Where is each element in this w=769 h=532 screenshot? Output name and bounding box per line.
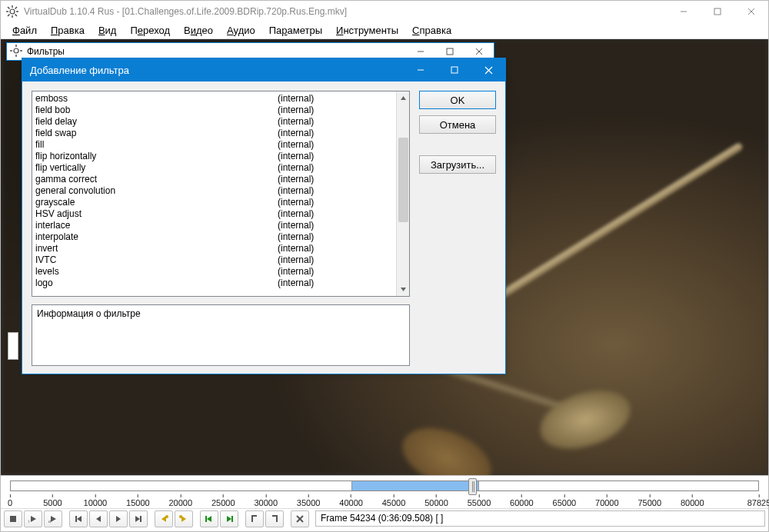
svg-marker-21 (116, 516, 121, 522)
svg-marker-22 (135, 516, 140, 522)
ruler-tick: 15000 (126, 494, 150, 507)
filter-source: (internal) (278, 208, 393, 220)
filter-name: interpolate (35, 231, 278, 243)
ok-button[interactable]: OK (419, 91, 496, 109)
filter-list-item[interactable]: field swap(internal) (35, 128, 393, 139)
listbox-scrollbar[interactable] (396, 91, 409, 296)
menu-goto[interactable]: Переход (123, 23, 177, 38)
key-next-button[interactable] (175, 510, 193, 527)
filter-list-item[interactable]: interpolate(internal) (35, 231, 393, 243)
maximize-button[interactable] (701, 1, 734, 22)
play-output-button[interactable]: o (44, 510, 62, 527)
play-input-button[interactable]: i (24, 510, 42, 527)
filter-list-item[interactable]: invert(internal) (35, 243, 393, 254)
menu-edit[interactable]: Правка (44, 23, 92, 38)
svg-text:i: i (28, 519, 29, 524)
go-start-button[interactable] (69, 510, 88, 527)
filter-list-item[interactable]: flip horizontally(internal) (35, 151, 393, 162)
svg-rect-10 (714, 8, 721, 15)
ruler-tick: 55000 (468, 494, 491, 507)
ruler-tick: 45000 (382, 494, 406, 507)
filter-list-item[interactable]: flip vertically(internal) (35, 162, 393, 174)
menu-file[interactable]: Файл (5, 23, 44, 38)
scene-prev-button[interactable] (200, 510, 218, 527)
load-button[interactable]: Загрузить... (419, 155, 496, 174)
dialog-minimize-button[interactable] (404, 58, 438, 81)
menu-help[interactable]: Справка (405, 23, 458, 38)
filter-list-item[interactable]: logo(internal) (35, 278, 393, 289)
mark-out-button[interactable] (265, 510, 284, 527)
timeline-grip[interactable] (468, 478, 477, 495)
bottom-panel: 0500010000150002000025000300003500040000… (1, 475, 768, 531)
filter-list-item[interactable]: field bob(internal) (35, 105, 393, 116)
svg-marker-47 (401, 96, 406, 100)
filter-list-item[interactable]: interlace(internal) (35, 220, 393, 231)
filter-list-item[interactable]: field delay(internal) (35, 116, 393, 128)
step-back-button[interactable] (89, 510, 108, 527)
filter-list-item[interactable]: emboss(internal) (35, 93, 393, 105)
step-forward-button[interactable] (109, 510, 128, 527)
filter-name: field delay (35, 116, 278, 128)
filter-info-label: Информация о фильтре (37, 308, 141, 319)
svg-marker-20 (96, 516, 101, 522)
filter-name: levels (35, 266, 278, 278)
cancel-button[interactable]: Отмена (419, 115, 496, 134)
menu-video[interactable]: Видео (177, 23, 220, 38)
menu-options[interactable]: Параметры (262, 23, 329, 38)
svg-marker-14 (31, 516, 36, 522)
menu-audio[interactable]: Аудио (220, 23, 262, 38)
ruler-tick: 20000 (169, 494, 193, 507)
filter-name: field swap (35, 128, 278, 139)
filter-source: (internal) (278, 278, 393, 289)
timeline-track[interactable] (10, 480, 759, 491)
svg-marker-30 (227, 516, 231, 522)
mark-in-button[interactable] (245, 510, 264, 527)
filter-source: (internal) (278, 197, 393, 208)
ruler-tick: 5000 (43, 494, 62, 507)
filters-window-title: Фильтры (27, 46, 65, 57)
go-end-button[interactable] (129, 510, 148, 527)
scroll-up-icon[interactable] (397, 91, 410, 105)
svg-rect-29 (205, 516, 207, 522)
filter-list-item[interactable]: levels(internal) (35, 266, 393, 278)
scene-next-button[interactable] (220, 510, 238, 527)
filter-name: emboss (35, 93, 278, 105)
dialog-close-button[interactable] (471, 58, 505, 81)
filter-list-item[interactable]: grayscale(internal) (35, 197, 393, 208)
add-filter-titlebar[interactable]: Добавление фильтра (22, 58, 505, 81)
stop-button[interactable] (4, 510, 22, 527)
filter-source: (internal) (278, 220, 393, 231)
filter-name: IVTC (35, 254, 278, 266)
menu-view[interactable]: Вид (92, 23, 124, 38)
ruler-tick: 80000 (681, 494, 704, 507)
filter-source: (internal) (278, 151, 393, 162)
svg-point-34 (14, 48, 18, 53)
timeline-selection[interactable] (351, 480, 479, 491)
filter-list-item[interactable]: general convolution(internal) (35, 185, 393, 197)
app-title: VirtualDub 1.10.4 Rus - [01.Challenges.o… (24, 6, 347, 17)
filter-name: logo (35, 278, 278, 289)
svg-marker-28 (207, 516, 211, 522)
filter-listbox[interactable]: emboss(internal)field bob(internal)field… (32, 91, 410, 297)
filter-list-item[interactable]: fill(internal) (35, 139, 393, 151)
menu-tools[interactable]: Инструменты (329, 23, 405, 38)
svg-point-25 (165, 515, 168, 518)
close-button[interactable] (734, 1, 768, 22)
timeline[interactable]: 0500010000150002000025000300003500040000… (1, 476, 768, 508)
filter-source: (internal) (278, 93, 393, 105)
toolbar: i o Frame 54234 (0:36:09.508) [ ] (1, 508, 768, 528)
svg-rect-13 (10, 516, 16, 522)
filter-list-item[interactable]: HSV adjust(internal) (35, 208, 393, 220)
scroll-down-icon[interactable] (397, 283, 410, 296)
dialog-maximize-button[interactable] (438, 58, 471, 81)
key-prev-button[interactable] (155, 510, 173, 527)
erase-range-button[interactable] (291, 510, 309, 527)
filter-source: (internal) (278, 162, 393, 174)
frame-status: Frame 54234 (0:36:09.508) [ ] (315, 510, 765, 527)
scroll-thumb[interactable] (398, 138, 408, 222)
filter-name: gamma correct (35, 174, 278, 185)
filter-list-item[interactable]: IVTC(internal) (35, 254, 393, 266)
minimize-button[interactable] (667, 1, 701, 22)
filter-list-item[interactable]: gamma correct(internal) (35, 174, 393, 185)
svg-line-7 (15, 7, 18, 9)
